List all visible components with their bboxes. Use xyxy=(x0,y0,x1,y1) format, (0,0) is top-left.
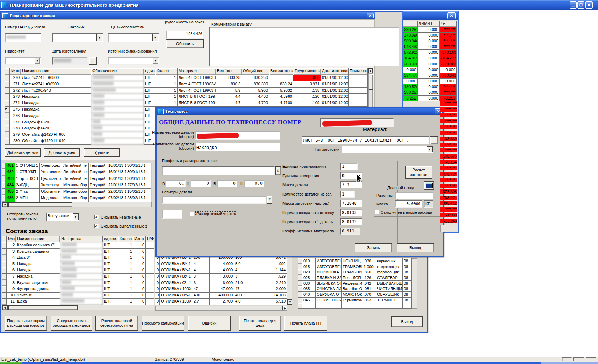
profile-field[interactable] xyxy=(162,166,275,175)
restore-button[interactable]: ❐ xyxy=(577,1,584,9)
comments-textarea[interactable] xyxy=(209,27,399,66)
table-row[interactable]: -478.724 xyxy=(440,172,457,178)
table-row[interactable]: 2Коробка сальника 6"▒▒▒▒▒▒▒▒ШТ10 xyxy=(2,242,154,249)
exit-button[interactable]: Выход xyxy=(391,316,423,327)
row-selector[interactable] xyxy=(2,267,7,274)
param-field-1[interactable]: 1 xyxy=(340,163,358,170)
table-row[interactable]: 0ОТЛИВКА / СЧ-166.00021.02.240 xyxy=(155,280,287,287)
row-selector[interactable] xyxy=(5,125,10,132)
per-part-norms-button[interactable]: Подетальные нормы расхода материалов xyxy=(5,316,47,331)
table-row[interactable]: -305.412 xyxy=(440,201,457,207)
table-row[interactable]: 10Улита 8"▒▒▒▒▒▒ШТ10 xyxy=(2,293,154,299)
table-row[interactable]: 4821-СТЛ-УКП-УправлениЛитейный пеТекущий… xyxy=(2,169,152,176)
param-field-5[interactable]: 7.2848 xyxy=(340,200,362,207)
table-row[interactable]: -9.154 xyxy=(440,160,457,166)
razv-field[interactable] xyxy=(162,210,182,219)
scrollbar-right-icon[interactable]: ▶ xyxy=(282,306,287,310)
waste-mass-field[interactable]: 0.0000 xyxy=(395,200,422,208)
composition-hscrollbar[interactable]: ◀ xyxy=(2,305,154,310)
table-row[interactable]: -578.305 xyxy=(440,189,457,196)
row-selector[interactable] xyxy=(2,189,5,195)
funding-combo[interactable]: ▼ xyxy=(108,57,159,65)
dialog-exit-button[interactable]: Выход xyxy=(397,243,434,252)
table-row[interactable]: 010ИЗГОТОВЛЕНИНОЖНИЦЫ КА.030каркасник08 xyxy=(298,258,412,264)
table-row[interactable]: 9Футеровка днища▒▒▒▒▒▒▒ШТ10 xyxy=(2,286,154,293)
table-row[interactable]: 8Втулка защитная▒▒▒▒▒ШТ10 xyxy=(2,280,154,287)
table-row[interactable]: 130.5290.000****.*** xyxy=(403,84,457,90)
row-selector[interactable] xyxy=(5,81,10,88)
row-selector[interactable] xyxy=(2,293,7,299)
table-row[interactable]: -763.274 xyxy=(440,196,457,202)
table-row[interactable]: 0ОТЛИВКА / ВУ-133.0003.529 xyxy=(155,274,287,280)
table-row[interactable]: 020ФОРМОВКАТРАМБОВКА П.860формовщик08 xyxy=(298,269,412,275)
row-selector[interactable] xyxy=(298,303,302,309)
row-selector[interactable] xyxy=(298,264,302,270)
waste-checkbox[interactable] xyxy=(375,210,379,214)
add-node-button[interactable]: Добавить узел xyxy=(44,148,80,157)
chevron-down-icon[interactable]: ▼ xyxy=(152,34,158,41)
waste-size-field[interactable] xyxy=(395,192,433,199)
dim-d-field[interactable]: 0. xyxy=(166,180,186,187)
dim-l-field[interactable]: 0 xyxy=(191,180,211,187)
row-selector[interactable] xyxy=(298,258,302,264)
table-row[interactable]: 3Крышка сальника▒▒▒▒▒▒▒▒ШТ10 xyxy=(2,249,154,255)
row-selector[interactable] xyxy=(2,195,5,202)
scrollbar-left-icon[interactable]: ◀ xyxy=(2,305,8,310)
row-selector[interactable] xyxy=(2,261,7,268)
table-row[interactable]: -138.339 xyxy=(440,136,457,143)
table-row[interactable]: 0ОТЛИВКА / ВУ-144.00041.144 xyxy=(155,267,287,274)
table-row[interactable]: ****.*** xyxy=(440,125,457,131)
dim-b-field[interactable]: 0 xyxy=(217,180,237,187)
table-row[interactable]: 946.4330.000****.*** xyxy=(403,44,457,50)
table-row[interactable]: 045ОТЖИГ ОТЛИВОТермопечь мо.063ТЕРМИСТ08 xyxy=(298,298,412,303)
row-selector[interactable] xyxy=(5,113,10,119)
limit-panel-close-icon[interactable]: ✕ xyxy=(447,12,456,19)
table-row[interactable]: 394.4710.000-753.841 xyxy=(403,73,457,79)
table-row[interactable]: 0ОТЛИВКА / 100Х4747.000472.009 xyxy=(155,286,287,293)
table-row[interactable]: 11Щека▒▒▒▒▒▒▒▒▒▒▒▒ШТ10 xyxy=(2,299,154,305)
part-name-field[interactable]: Накладка xyxy=(195,143,280,151)
table-row[interactable]: 273Накладка▒▒▒▒▒▒ШТ1ЛИСТ Б-8 ГОСТ 1994.4… xyxy=(5,94,368,100)
save-button[interactable]: Запись xyxy=(355,243,392,252)
param-field-8[interactable]: 0.911 xyxy=(340,228,360,235)
table-row[interactable]: ****.*** xyxy=(440,184,457,190)
dim-h-field[interactable]: 0.0 xyxy=(244,180,264,187)
table-row[interactable]: 0ОТЛИВКА / 100Х2.72.7004.05.510 xyxy=(155,299,287,305)
orders-hscrollbar[interactable]: ◀ xyxy=(2,202,152,207)
table-row[interactable]: 0ОТЛИВКА / ВУ-144.0005.0.992 xyxy=(155,261,287,268)
hide-completed-checkbox[interactable]: ✓ xyxy=(94,224,99,228)
row-selector[interactable] xyxy=(5,75,10,81)
table-row[interactable]: 271Лист 4х274 L=96500▒▒▒▒▒▒▒▒▒▒▒ШТ1Лист … xyxy=(5,81,368,88)
table-row[interactable]: -1.980 xyxy=(440,213,457,219)
row-selector[interactable] xyxy=(5,88,10,94)
table-row[interactable]: 274Накладка▒▒▒▒▒▒ШТ1ЛИСТ Б-8 ГОСТ 1994.7… xyxy=(5,100,368,107)
row-selector[interactable] xyxy=(2,169,5,176)
table-row[interactable]: 104.0650.000-104.277 xyxy=(403,55,457,61)
table-row[interactable]: 4Диск 8"▒▒▒▒▒ШТ10 xyxy=(2,255,154,261)
row-selector[interactable] xyxy=(5,94,10,100)
table-row[interactable]: ****.*** xyxy=(440,107,457,113)
sections-combo[interactable]: Все участки ▼ xyxy=(46,213,79,221)
table-row[interactable] xyxy=(298,303,412,309)
table-row[interactable]: 4811-СЧ-ЭНЦ-1ЭнергоцехЛитейный пеТекущий… xyxy=(2,163,152,169)
table-row[interactable]: -13.240 xyxy=(440,219,457,225)
operations-vscrollbar[interactable] xyxy=(412,258,417,309)
row-selector[interactable] xyxy=(2,249,7,255)
chevron-down-icon[interactable]: ▼ xyxy=(73,213,79,220)
priority-combo[interactable]: ▼ xyxy=(5,57,41,65)
refresh-button[interactable]: Обновить xyxy=(166,39,204,48)
summary-norms-button[interactable]: Сводные нормы расхода материалов xyxy=(51,316,92,331)
table-row[interactable]: 0.0000.0000.000 xyxy=(403,67,457,73)
planned-cost-button[interactable]: Расчет плановой себестоимости на xyxy=(95,316,138,331)
row-selector[interactable] xyxy=(2,274,7,280)
materials-hscrollbar[interactable] xyxy=(155,306,287,311)
table-row[interactable]: ****.*** xyxy=(440,207,457,213)
shop-combo[interactable]: ▼ xyxy=(108,33,159,42)
row-selector[interactable] xyxy=(2,163,5,169)
row-selector[interactable]: ▶ xyxy=(5,107,10,113)
table-row[interactable]: 4862-МПЦМедеплавМехано-сборТекущий07/02/… xyxy=(2,195,152,202)
row-selector[interactable] xyxy=(2,242,7,249)
blank-type-combo[interactable]: ▼ xyxy=(342,146,433,153)
table-row[interactable]: 343.0900.000****.*** xyxy=(403,33,457,38)
row-selector[interactable] xyxy=(2,280,7,287)
